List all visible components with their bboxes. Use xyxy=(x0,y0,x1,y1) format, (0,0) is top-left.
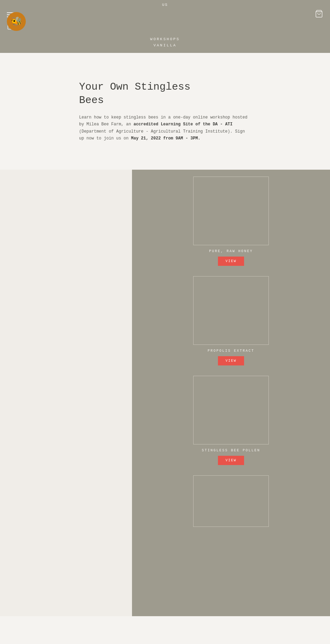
product-image-honey xyxy=(193,177,269,245)
nav-workshops-link[interactable]: WORKSHOPS xyxy=(150,37,180,41)
products-right-panel: PURE, RAW HONEY VIEW PROPOLIS EXTRACT VI… xyxy=(132,170,330,616)
logo-icon: 🐝 xyxy=(11,16,22,27)
product-name-propolis: PROPOLIS EXTRACT xyxy=(193,349,269,353)
product-image-pollen xyxy=(193,376,269,444)
product-card-honey: PURE, RAW HONEY VIEW xyxy=(193,177,269,273)
view-button-pollen[interactable]: VIEW xyxy=(218,456,244,465)
nav-vanilla-link[interactable]: VANILLA xyxy=(153,43,176,47)
product-name-pollen: STINGLESS BEE POLLEN xyxy=(193,449,269,452)
view-button-propolis[interactable]: VIEW xyxy=(218,356,244,365)
product-image-4 xyxy=(193,475,269,527)
hero-content: Your Own StinglessBees Learn how to keep… xyxy=(79,80,251,142)
products-left-panel xyxy=(0,170,132,616)
view-button-honey[interactable]: VIEW xyxy=(218,257,244,266)
hero-title: Your Own StinglessBees xyxy=(79,80,251,107)
product-image-propolis xyxy=(193,276,269,345)
products-section: PURE, RAW HONEY VIEW PROPOLIS EXTRACT VI… xyxy=(0,170,330,616)
product-name-honey: PURE, RAW HONEY xyxy=(193,249,269,253)
nav-us-link[interactable]: US xyxy=(162,3,168,7)
cart-button[interactable] xyxy=(315,10,323,20)
cart-icon xyxy=(315,10,323,18)
hero-description: Learn how to keep stingless bees in a on… xyxy=(79,114,251,142)
product-card-propolis: PROPOLIS EXTRACT VIEW xyxy=(193,276,269,372)
site-header: US 🐝 xyxy=(0,0,330,53)
logo-circle: 🐝 xyxy=(7,12,26,31)
hero-section: Your Own StinglessBees Learn how to keep… xyxy=(0,53,330,170)
product-card-pollen: STINGLESS BEE POLLEN VIEW xyxy=(193,376,269,472)
logo[interactable]: 🐝 xyxy=(7,12,26,31)
product-card-4 xyxy=(193,475,269,531)
